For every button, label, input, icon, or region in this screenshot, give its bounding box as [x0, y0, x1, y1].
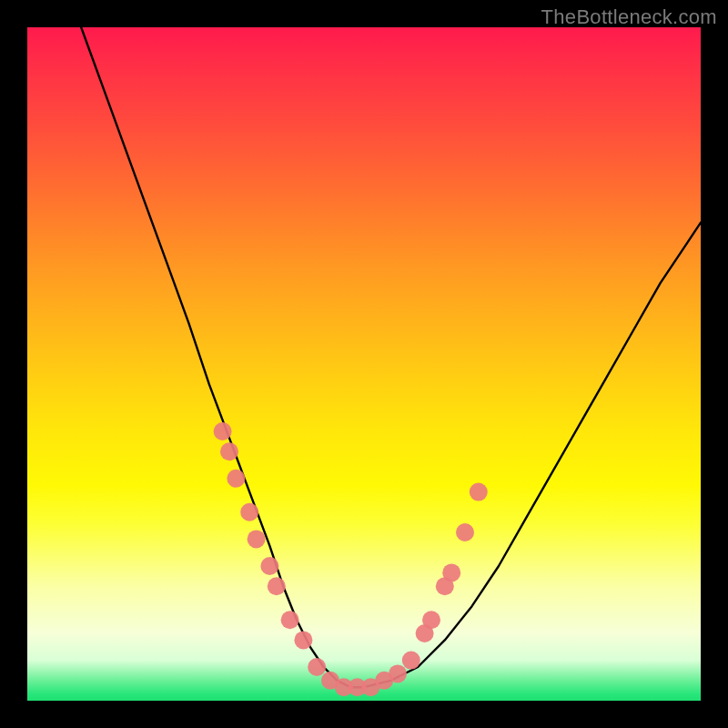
marker-point — [308, 658, 326, 676]
markers-layer — [214, 422, 488, 696]
marker-point — [294, 631, 312, 649]
marker-point — [214, 422, 232, 440]
bottleneck-curve — [81, 27, 701, 687]
marker-point — [456, 523, 474, 541]
marker-point — [281, 611, 299, 629]
plot-area — [27, 27, 701, 701]
marker-point — [248, 530, 266, 548]
marker-point — [422, 611, 440, 629]
marker-point — [268, 577, 286, 595]
marker-point — [402, 652, 420, 670]
curve-layer — [81, 27, 701, 687]
marker-point — [227, 470, 245, 488]
marker-point — [220, 442, 238, 460]
watermark-text: TheBottleneck.com — [541, 5, 717, 29]
marker-point — [442, 563, 460, 581]
marker-point — [389, 664, 407, 682]
marker-point — [470, 483, 488, 501]
chart-svg — [27, 27, 701, 701]
marker-point — [260, 557, 278, 575]
marker-point — [240, 503, 258, 521]
chart-frame: TheBottleneck.com — [0, 0, 728, 728]
